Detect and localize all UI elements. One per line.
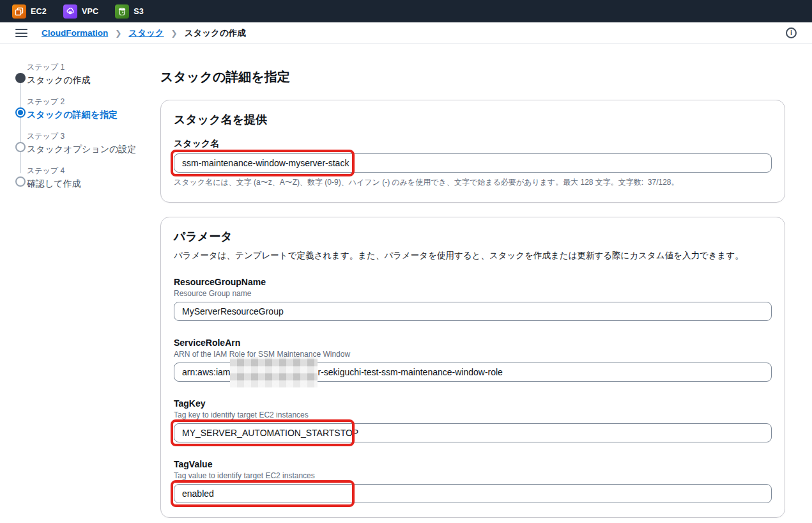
step-eyebrow: ステップ 3 [27,131,160,142]
stack-name-field: スタック名 スタック名には、文字 (a〜z、A〜Z)、数字 (0-9)、ハイフン… [174,138,772,188]
step-eyebrow: ステップ 1 [27,62,160,73]
main-content: スタックの詳細を指定 スタック名を提供 スタック名 スタック名には、文字 (a〜… [160,62,785,518]
resourcegroupname-input[interactable] [174,302,772,321]
step-todo-icon [15,142,26,152]
step-item-3[interactable]: ステップ 3 スタックオプションの設定 [15,131,160,155]
stack-name-label: スタック名 [174,138,772,150]
tagvalue-input[interactable] [174,484,772,503]
step-eyebrow: ステップ 2 [27,97,160,107]
content-layout: ステップ 1 スタックの作成 ステップ 2 スタックの詳細を指定 ステップ 3 … [0,44,812,518]
tagkey-input[interactable] [174,423,772,442]
arn-prefix: arn:aws:iam [182,367,230,377]
hamburger-menu-icon[interactable] [15,29,27,37]
services-topbar: EC2 VPC S3 [0,0,812,22]
service-label: VPC [82,7,98,16]
breadcrumb-stacks[interactable]: スタック [128,27,164,39]
step-item-2[interactable]: ステップ 2 スタックの詳細を指定 [15,97,160,121]
s3-icon [115,4,129,19]
service-label: S3 [134,7,144,16]
step-active-icon [15,107,26,118]
ec2-icon [12,4,26,19]
stack-name-input[interactable] [174,153,772,173]
step-item-1[interactable]: ステップ 1 スタックの作成 [15,62,160,86]
breadcrumb-separator: ❯ [171,29,178,38]
breadcrumb-separator: ❯ [115,29,121,38]
step-label: スタックの作成 [27,75,160,86]
step-label: 確認して作成 [27,178,160,190]
vpc-icon [63,4,77,19]
wizard-steps-nav: ステップ 1 スタックの作成 ステップ 2 スタックの詳細を指定 ステップ 3 … [0,62,160,518]
stack-name-panel: スタック名を提供 スタック名 スタック名には、文字 (a〜z、A〜Z)、数字 (… [160,100,785,203]
breadcrumb: CloudFormation ❯ スタック ❯ スタックの作成 [42,27,246,39]
info-icon[interactable]: i [786,27,797,38]
step-label: スタックオプションの設定 [27,144,160,155]
step-eyebrow: ステップ 4 [27,166,160,176]
field-description: Resource Group name [174,289,772,298]
breadcrumb-bar: CloudFormation ❯ スタック ❯ スタックの作成 i [0,22,812,44]
field-tagkey: TagKey Tag key to identify target EC2 in… [174,398,772,442]
step-item-4[interactable]: ステップ 4 確認して作成 [15,166,160,190]
service-label: EC2 [31,7,47,16]
field-description: Tag key to identify target EC2 instances [174,410,772,419]
favorite-service-vpc[interactable]: VPC [56,3,105,20]
step-label: スタックの詳細を指定 [27,109,160,121]
step-done-icon [15,73,26,83]
favorite-service-ec2[interactable]: EC2 [5,3,54,20]
field-resourcegroupname: ResourceGroupName Resource Group name [174,277,772,321]
redacted-mosaic [230,357,318,387]
field-description: Tag value to identify target EC2 instanc… [174,471,772,480]
servicerolearn-input[interactable]: arn:aws:iam r-sekiguchi-test-ssm-mainten… [174,363,772,382]
field-tagvalue: TagValue Tag value to identify target EC… [174,459,772,503]
field-label: ResourceGroupName [174,277,772,287]
field-label: TagValue [174,459,772,469]
field-servicerolearn: ServiceRoleArn ARN of the IAM Role for S… [174,338,772,382]
parameters-panel-title: パラメータ [174,229,772,244]
arn-suffix: r-sekiguchi-test-ssm-maintenance-window-… [318,367,502,377]
breadcrumb-cloudformation[interactable]: CloudFormation [42,28,108,38]
breadcrumb-current: スタックの作成 [185,27,246,39]
stack-name-panel-title: スタック名を提供 [174,112,772,127]
favorite-service-s3[interactable]: S3 [108,3,151,20]
step-todo-icon [15,176,26,187]
parameters-panel: パラメータ パラメータは、テンプレートで定義されます。また、パラメータを使用する… [160,217,785,518]
field-label: TagKey [174,398,772,409]
page-title: スタックの詳細を指定 [160,68,785,86]
parameters-panel-description: パラメータは、テンプレートで定義されます。また、パラメータを使用すると、スタック… [174,250,772,262]
field-label: ServiceRoleArn [174,338,772,348]
stack-name-helper-text: スタック名には、文字 (a〜z、A〜Z)、数字 (0-9)、ハイフン (-) の… [174,177,772,188]
